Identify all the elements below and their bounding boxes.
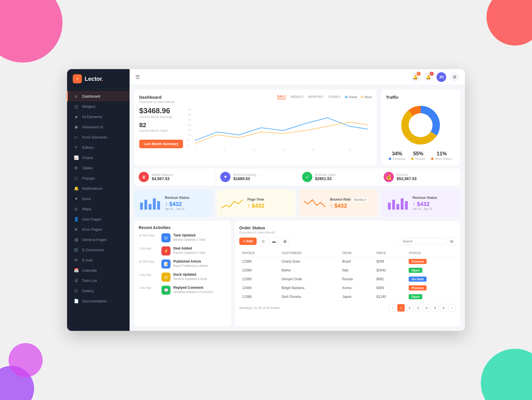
tab-weekly[interactable]: WEEKLY <box>291 95 304 99</box>
alerts-btn[interactable]: 🔔 3 <box>423 72 433 82</box>
status-badge-4: Open <box>409 294 422 299</box>
activity-title-2: Published Article <box>173 259 208 263</box>
maps-icon: ◎ <box>74 207 79 211</box>
sidebar-item-editors[interactable]: ✎Editors <box>67 142 130 152</box>
sidebar-item-icons[interactable]: ★Icons <box>67 193 130 204</box>
activity-item-4: 1 day Ago 💬 Replyed Comment Jenathon Add… <box>139 286 226 295</box>
gallery-icon: ⊡ <box>74 288 79 293</box>
sidebar-item-form-elements[interactable]: ▷Form Elements <box>67 132 130 142</box>
page-prev-btn[interactable]: ‹ <box>389 304 396 312</box>
page-btn-5[interactable]: 5 <box>431 304 439 312</box>
hamburger-icon[interactable]: ☰ <box>135 74 140 80</box>
mini-stat-label-1: Referral Earning <box>233 173 256 176</box>
mini-stat-label-2: Estimate Sales <box>315 173 336 176</box>
activity-item-0: 42 Mins Ago ⊟ Task Updated Nikolai Updat… <box>139 233 226 242</box>
sidebar-item-ui-elements[interactable]: ◈UI Elements <box>67 112 130 122</box>
page-btn-4[interactable]: 4 <box>423 304 430 312</box>
activity-sub-2: Rasel Published a Article <box>173 264 208 267</box>
svg-text:20: 20 <box>188 123 191 126</box>
tab-daily[interactable]: DAILY <box>277 95 286 99</box>
sidebar-label-dashboard: Dashboard <box>82 94 100 98</box>
page-btn-1[interactable]: 1 <box>397 304 405 312</box>
delete-icon-btn[interactable]: ▬ <box>270 237 278 246</box>
sidebar-item-user-pages[interactable]: 👤User Pages <box>67 214 130 224</box>
cell-customer-2: Deniyel Onak <box>279 275 339 284</box>
status-cards-row: Revinue Status ↑ $432 Jan 01 - Jan 10 Pa… <box>134 189 460 217</box>
user-avatar[interactable]: JD <box>437 72 446 82</box>
sidebar-item-advanced-ui[interactable]: ◉Advanced UI <box>67 122 130 132</box>
sidebar-item-maps[interactable]: ◎Maps <box>67 204 130 214</box>
sidebar-item-calendar[interactable]: 📅Calendar <box>67 265 130 275</box>
page-btn-6[interactable]: 6 <box>440 304 447 312</box>
sidebar-item-e-commerce[interactable]: 🛒E-Commerce <box>67 245 130 255</box>
svg-text:1: 1 <box>194 148 196 151</box>
sidebar-item-documentation[interactable]: 📄Documentation <box>67 296 130 306</box>
page-btn-3[interactable]: 3 <box>414 304 422 312</box>
svg-text:4: 4 <box>282 148 284 151</box>
sidebar-item-error-pages[interactable]: ⊗Error Pages <box>67 224 130 234</box>
sidebar-label-general-pages: General Pages <box>82 238 107 242</box>
status-card-blue-info: Revinue Status ↑ $432 Jan 01 - Jan 10 <box>165 196 190 211</box>
last-month-button[interactable]: Last Month Summary <box>139 140 183 148</box>
status-badge-2: On Hold <box>409 277 427 282</box>
sidebar-item-todo-list[interactable]: ☰Todo List <box>67 275 130 286</box>
sidebar-item-tables[interactable]: ⊞Tables <box>67 163 130 173</box>
activity-time-4: 1 day Ago <box>139 286 159 289</box>
col-from: FROM <box>339 249 373 257</box>
logo-text: Lector. <box>85 76 103 82</box>
sidebar-item-widgets[interactable]: ◫Widgets <box>67 101 130 112</box>
cell-from-4: Japan <box>339 292 373 301</box>
page-next-btn[interactable]: › <box>448 304 456 312</box>
legend-store: Store <box>361 95 372 99</box>
mini-stat-info-2: Estimate Sales $2851.53 <box>315 173 336 181</box>
tab-monthly[interactable]: MONTHLY <box>308 95 323 99</box>
cell-price-4: $1240 <box>373 292 406 301</box>
add-button[interactable]: + Add <box>239 238 257 245</box>
decoration-blob-purple2 <box>9 343 43 377</box>
status-card-purple-info: Revinue Status ↑ $432 Jan 01 - Jan 10 <box>413 196 437 211</box>
header: ☰ 🔔 2 🔔 3 JD ⚙ <box>130 69 465 85</box>
status-card-purple-date: Jan 01 - Jan 10 <box>413 207 437 211</box>
sidebar-item-notifications[interactable]: 🔔Notifications <box>67 183 130 193</box>
activity-title-0: Task Updated <box>173 233 205 237</box>
activity-title-4: Replyed Comment <box>173 286 213 290</box>
status-card-blue-date: Jan 01 - Jan 10 <box>165 207 190 211</box>
sidebar-item-popups[interactable]: ◻Popups <box>67 173 130 183</box>
notifications-btn[interactable]: 🔔 2 <box>410 72 420 82</box>
charts-icon: 📈 <box>74 155 79 160</box>
settings-btn[interactable]: ⚙ <box>450 72 459 82</box>
sidebar-item-charts[interactable]: 📈Charts <box>67 152 130 163</box>
sidebar-item-dashboard[interactable]: ⌂Dashboard <box>67 91 130 101</box>
search-input[interactable] <box>400 238 445 245</box>
status-card-yellow-info: Page View ↑ $432 <box>248 197 265 209</box>
activity-sub-4: Jenathon Added a Comment <box>173 290 213 294</box>
page-btn-2[interactable]: 2 <box>406 304 413 312</box>
sidebar-item-e-mail[interactable]: ✉E-mail <box>67 255 130 265</box>
ui-elements-icon: ◈ <box>74 114 79 119</box>
header-right: 🔔 2 🔔 3 JD ⚙ <box>410 72 459 82</box>
table-row-3: 12386 Belgiri Bastana Korea $369 Process <box>239 284 456 292</box>
copy-icon-btn[interactable]: ⊙ <box>259 237 267 246</box>
facebook-pct: 34% <box>389 151 405 157</box>
monthly-badge[interactable]: Monthly ▾ <box>352 198 368 202</box>
cell-from-3: Korea <box>339 284 373 292</box>
editors-icon: ✎ <box>74 145 79 150</box>
dashboard-body: $3468.96 Current Month Earnings 82 Curre… <box>139 106 372 152</box>
search-icon-btn[interactable]: ⊟ <box>447 237 456 246</box>
content-area: Dashboard Overview of Latest Month DAILY… <box>130 85 465 331</box>
youtube-label: Youtube <box>411 157 425 160</box>
activity-icon-2: 📝 <box>161 259 171 269</box>
tab-yearly[interactable]: YEARLY <box>328 95 340 99</box>
svg-text:5: 5 <box>188 139 190 142</box>
sidebar-item-general-pages[interactable]: ▤General Pages <box>67 234 130 245</box>
print-icon-btn[interactable]: 🖶 <box>280 237 289 246</box>
notifications-badge: 2 <box>417 72 421 76</box>
sidebar-label-e-mail: E-mail <box>82 258 93 262</box>
status-card-orange-label: Bounce Rate <box>330 197 351 201</box>
sidebar-item-gallery[interactable]: ⊡Gallery <box>67 286 130 296</box>
dashboard-icon: ⌂ <box>74 94 79 98</box>
traffic-facebook: 34% Facebook <box>389 151 405 160</box>
cell-price-2: $981 <box>373 275 406 284</box>
mini-stats-row: ♛ Wallet Ballance $4,567.53 ♥ Referral E… <box>134 168 460 185</box>
svg-rect-20 <box>153 198 156 210</box>
